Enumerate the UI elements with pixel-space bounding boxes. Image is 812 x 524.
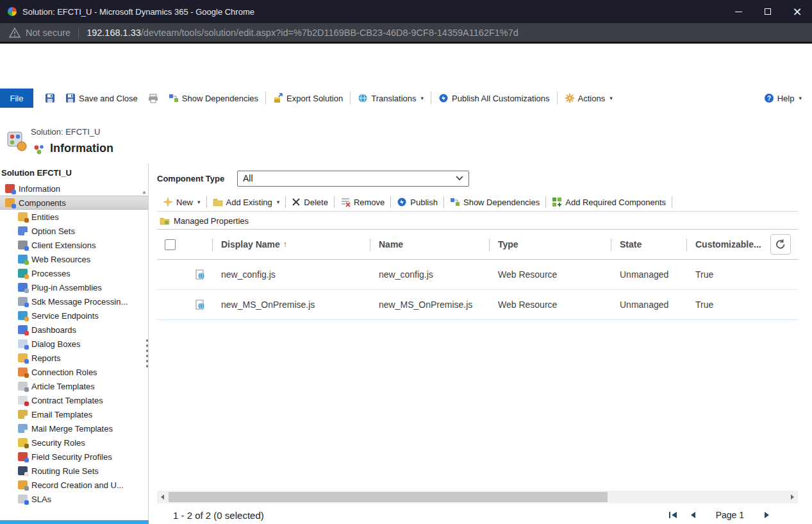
- sidebar-item-reports[interactable]: Reports: [0, 351, 148, 365]
- column-header-state[interactable]: State: [611, 230, 686, 259]
- sidebar-item-entities[interactable]: Entities: [0, 210, 148, 224]
- entities-icon: [18, 212, 28, 221]
- refresh-icon: [775, 239, 786, 250]
- select-all-checkbox[interactable]: [165, 239, 176, 250]
- translations-menu-button[interactable]: Translations ▾: [352, 90, 429, 106]
- managed-properties-button[interactable]: Managed Properties: [157, 212, 798, 230]
- remove-button[interactable]: Remove: [335, 197, 390, 207]
- close-button[interactable]: ×: [783, 0, 812, 23]
- record-count: 1 - 2 of 2 (0 selected): [173, 510, 264, 521]
- sidebar-item-article-templates[interactable]: Article Templates: [0, 379, 148, 393]
- add-required-components-button[interactable]: Add Required Components: [546, 197, 672, 207]
- email-templates-icon: [18, 410, 28, 419]
- information-page-icon: [33, 144, 45, 158]
- record-creation-icon: [18, 480, 28, 489]
- save-and-close-icon: [65, 93, 76, 103]
- web-resource-icon: [195, 269, 205, 280]
- sidebar-item-option-sets[interactable]: Option Sets: [0, 224, 148, 238]
- cell-display-name[interactable]: new_config.js: [212, 269, 370, 280]
- security-roles-icon: [18, 438, 28, 447]
- table-row[interactable]: new_MS_OnPremise.js new_MS_OnPremise.js …: [157, 290, 798, 320]
- first-page-button[interactable]: [668, 510, 679, 521]
- publish-all-customizations-button[interactable]: Publish All Customizations: [433, 90, 554, 106]
- add-existing-menu-button[interactable]: Add Existing ▾: [207, 197, 286, 207]
- save-and-close-button[interactable]: Save and Close: [60, 90, 143, 106]
- column-header-type[interactable]: Type: [489, 230, 611, 259]
- information-icon: [5, 184, 15, 193]
- sidebar-item-slas[interactable]: SLAs: [0, 492, 148, 506]
- sidebar-item-service-endpoints[interactable]: Service Endpoints: [0, 308, 148, 323]
- solution-sidebar: Solution EFCTI_U Information Components …: [0, 164, 149, 524]
- cell-customizable: True: [686, 300, 763, 310]
- sidebar-item-contract-templates[interactable]: Contract Templates: [0, 393, 148, 407]
- chevron-down-icon: ▾: [421, 95, 424, 101]
- publish-button[interactable]: Publish: [391, 197, 443, 207]
- next-page-icon: [763, 511, 771, 519]
- grid-header-row: Display Name ↑ Name Type State Customiza…: [157, 230, 798, 260]
- maximize-button[interactable]: [753, 0, 783, 23]
- routing-rule-sets-icon: [18, 466, 28, 475]
- delete-x-icon: [292, 198, 301, 207]
- sidebar-item-record-creation[interactable]: Record Creation and U...: [0, 478, 148, 492]
- not-secure-warning-icon: [9, 28, 21, 38]
- page-indicator: Page 1: [716, 510, 744, 520]
- web-resource-icon: [195, 300, 205, 310]
- help-menu-button[interactable]: ? Help ▾: [759, 90, 807, 106]
- table-row[interactable]: new_config.js new_config.js Web Resource…: [157, 260, 798, 290]
- scroll-left-button[interactable]: [157, 491, 169, 503]
- minimize-button[interactable]: [724, 0, 753, 23]
- ribbon-toolbar: Save and Close Show Dependencies Export …: [40, 89, 807, 108]
- delete-button[interactable]: Delete: [286, 198, 334, 207]
- horizontal-scrollbar[interactable]: [157, 491, 798, 503]
- sidebar-item-dashboards[interactable]: Dashboards: [0, 323, 148, 337]
- web-resources-icon: [18, 255, 28, 264]
- export-solution-button[interactable]: Export Solution: [268, 90, 348, 106]
- sidebar-item-email-templates[interactable]: Email Templates: [0, 407, 148, 421]
- component-type-select[interactable]: All: [237, 171, 469, 187]
- show-dependencies-grid-button[interactable]: Show Dependencies: [444, 197, 545, 207]
- service-endpoints-icon: [18, 311, 28, 320]
- cell-state: Unmanaged: [611, 300, 686, 310]
- scroll-right-button[interactable]: [786, 491, 798, 503]
- cell-display-name[interactable]: new_MS_OnPremise.js: [212, 300, 370, 310]
- print-button[interactable]: [143, 90, 163, 106]
- next-page-button[interactable]: [763, 510, 771, 521]
- sidebar-item-web-resources[interactable]: Web Resources: [0, 252, 148, 266]
- column-header-name[interactable]: Name: [370, 230, 489, 259]
- plugin-assemblies-icon: [18, 283, 28, 292]
- page-title: Information: [50, 142, 113, 155]
- column-header-display-name[interactable]: Display Name ↑: [212, 230, 370, 259]
- first-page-icon: [668, 511, 679, 519]
- actions-menu-button[interactable]: Actions ▾: [559, 90, 618, 106]
- previous-page-button[interactable]: [689, 510, 697, 521]
- sidebar-item-processes[interactable]: Processes: [0, 266, 148, 280]
- sidebar-item-security-roles[interactable]: Security Roles: [0, 435, 148, 450]
- sidebar-item-components[interactable]: Components: [0, 196, 148, 210]
- refresh-button[interactable]: [770, 234, 791, 255]
- sidebar-item-information[interactable]: Information: [0, 182, 148, 196]
- address-bar[interactable]: Not secure 192.168.1.33 /devteam/tools/s…: [0, 23, 812, 44]
- sidebar-item-dialog-boxes[interactable]: Dialog Boxes: [0, 337, 148, 351]
- sidebar-item-sdk-message-processing[interactable]: Sdk Message Processin...: [0, 294, 148, 308]
- show-dependencies-button[interactable]: Show Dependencies: [163, 90, 263, 106]
- sidebar-item-connection-roles[interactable]: Connection Roles: [0, 365, 148, 379]
- components-grid: Display Name ↑ Name Type State Customiza…: [157, 230, 798, 320]
- cell-name: new_MS_OnPremise.js: [370, 300, 489, 310]
- publish-all-icon: [438, 93, 449, 103]
- sidebar-splitter-handle[interactable]: [145, 338, 149, 368]
- sidebar-item-field-security-profiles[interactable]: Field Security Profiles: [0, 450, 148, 464]
- sidebar-item-mail-merge-templates[interactable]: Mail Merge Templates: [0, 421, 148, 435]
- field-security-profiles-icon: [18, 452, 28, 461]
- new-menu-button[interactable]: New ▾: [157, 197, 206, 207]
- url-divider: [78, 28, 79, 38]
- chevron-down-icon: ▾: [277, 199, 280, 205]
- column-header-customizable[interactable]: Customizable...: [686, 230, 763, 259]
- save-button[interactable]: [40, 90, 60, 106]
- sidebar-item-plugin-assemblies[interactable]: Plug-in Assemblies: [0, 280, 148, 294]
- sidebar-scroll-up-icon[interactable]: ▲: [142, 189, 147, 195]
- scrollbar-thumb[interactable]: [169, 492, 608, 502]
- sidebar-item-client-extensions[interactable]: Client Extensions: [0, 238, 148, 252]
- components-icon: [5, 198, 15, 207]
- sidebar-item-routing-rule-sets[interactable]: Routing Rule Sets: [0, 464, 148, 478]
- file-tab[interactable]: File: [0, 89, 33, 108]
